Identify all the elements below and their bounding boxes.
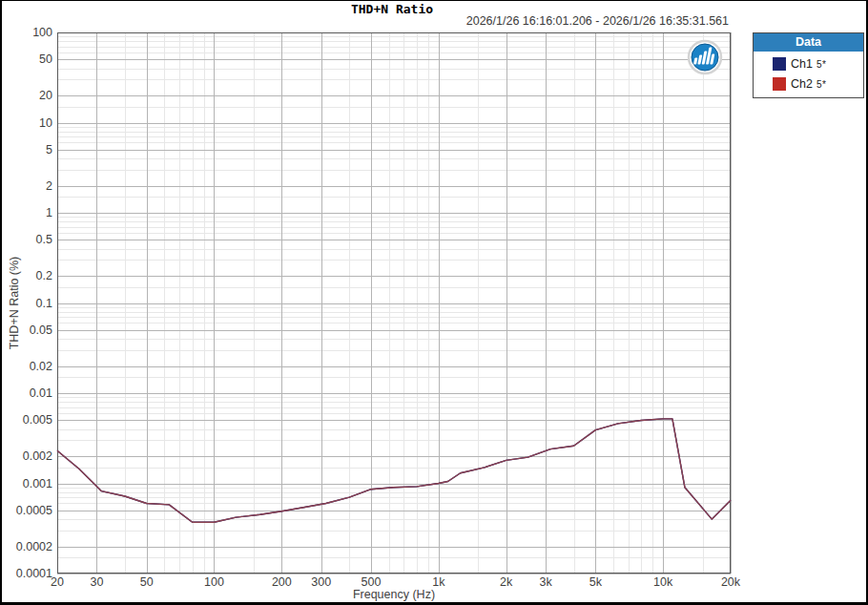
x-tick-label: 100	[204, 575, 224, 589]
x-tick-label: 3k	[540, 575, 553, 589]
analyzer-graph-panel: THD+N Ratio 2026/1/26 16:16:01.206 - 202…	[0, 0, 868, 605]
series-color-swatch	[773, 77, 786, 91]
series-name: Ch2	[791, 77, 813, 91]
y-tick-label: 0.0002	[16, 540, 52, 553]
data-legend: Data Ch15*Ch25*	[753, 32, 864, 98]
series-suffix: 5*	[816, 59, 826, 70]
x-tick-label: 2k	[500, 575, 513, 589]
y-tick-label: 0.002	[23, 449, 52, 463]
y-tick-label: 0.0001	[16, 567, 52, 580]
series-name: Ch1	[791, 57, 813, 71]
audio-analyzer-logo-icon	[689, 41, 721, 73]
y-tick-label: 50	[39, 52, 52, 66]
x-tick-label: 10k	[653, 575, 673, 589]
x-tick-label: 30	[90, 575, 103, 589]
x-tick-label: 20	[51, 575, 64, 589]
y-tick-label: 0.0005	[16, 504, 52, 517]
series-color-swatch	[773, 57, 786, 71]
thdn-ratio-chart[interactable]: 1005020105210.50.20.10.050.020.010.0050.…	[2, 1, 868, 605]
y-axis-title: THD+N Ratio (%)	[8, 257, 21, 350]
y-tick-label: 0.05	[30, 323, 52, 337]
grid-minor-lines	[57, 32, 731, 574]
y-tick-label: 2	[46, 179, 52, 193]
legend-item[interactable]: Ch25*	[773, 77, 859, 91]
ch2-curve	[57, 419, 731, 522]
y-tick-label: 10	[39, 116, 52, 130]
x-tick-label: 5k	[589, 575, 603, 589]
ch1-curve	[57, 419, 731, 522]
x-axis-title: Frequency (Hz)	[353, 588, 435, 601]
legend-header: Data	[754, 33, 863, 52]
y-tick-label: 0.1	[36, 297, 52, 310]
x-tick-label: 1k	[432, 575, 445, 589]
x-tick-label: 200	[272, 575, 292, 589]
series-suffix: 5*	[816, 79, 826, 90]
y-tick-label: 0.01	[30, 386, 52, 400]
y-tick-label: 0.02	[30, 360, 52, 373]
y-tick-label: 5	[46, 143, 52, 156]
y-tick-label: 20	[39, 89, 52, 102]
legend-item[interactable]: Ch15*	[773, 57, 859, 71]
y-tick-label: 0.2	[36, 269, 52, 282]
y-tick-label: 1	[46, 206, 52, 219]
x-tick-label: 500	[362, 575, 382, 589]
y-tick-label: 100	[32, 26, 52, 39]
y-tick-label: 0.001	[23, 477, 52, 490]
y-tick-label: 0.5	[36, 233, 52, 246]
y-tick-label: 0.005	[23, 413, 52, 427]
x-tick-label: 300	[311, 575, 331, 589]
x-tick-label: 50	[140, 575, 154, 589]
legend-items: Ch15*Ch25*	[754, 52, 863, 97]
x-tick-label: 20k	[721, 575, 741, 589]
